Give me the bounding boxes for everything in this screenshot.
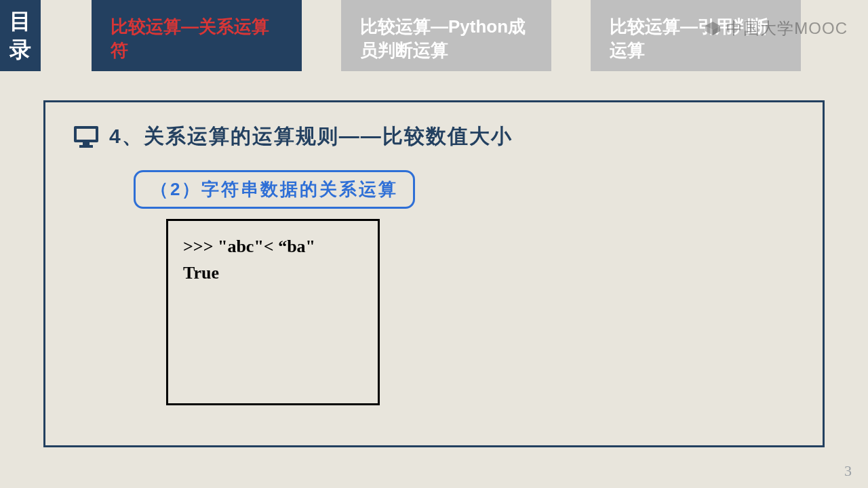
tab-label: 比较运算—关系运算符 [111,16,269,60]
code-line-1: >>> "abc"< “ba" [183,233,363,260]
page-number: 3 [844,462,852,480]
watermark-text: 中国大学MOOC [726,18,848,39]
watermark: 中国大学MOOC [703,18,848,39]
svg-rect-4 [77,129,96,140]
svg-rect-5 [83,142,90,145]
code-example: >>> "abc"< “ba" True [166,219,380,405]
content-frame: 4、关系运算的运算规则——比较数值大小 （2）字符串数据的关系运算 >>> "a… [43,100,825,447]
svg-rect-6 [79,145,93,148]
toc-char-1: 目 [9,7,31,36]
toc-label: 目 录 [0,0,41,71]
tab-relational-operators[interactable]: 比较运算—关系运算符 [92,0,302,71]
toc-char-2: 录 [9,36,31,64]
monitor-icon [73,125,100,149]
section-heading: 4、关系运算的运算规则——比较数值大小 [73,123,513,150]
tab-label: 比较运算—Python成员判断运算 [360,16,526,60]
code-line-2: True [183,260,363,286]
tab-membership[interactable]: 比较运算—Python成员判断运算 [341,0,551,71]
heading-text: 4、关系运算的运算规则——比较数值大小 [109,123,513,150]
subheading-text: （2）字符串数据的关系运算 [151,179,398,199]
cube-icon [703,20,722,37]
subheading-box: （2）字符串数据的关系运算 [134,170,415,209]
